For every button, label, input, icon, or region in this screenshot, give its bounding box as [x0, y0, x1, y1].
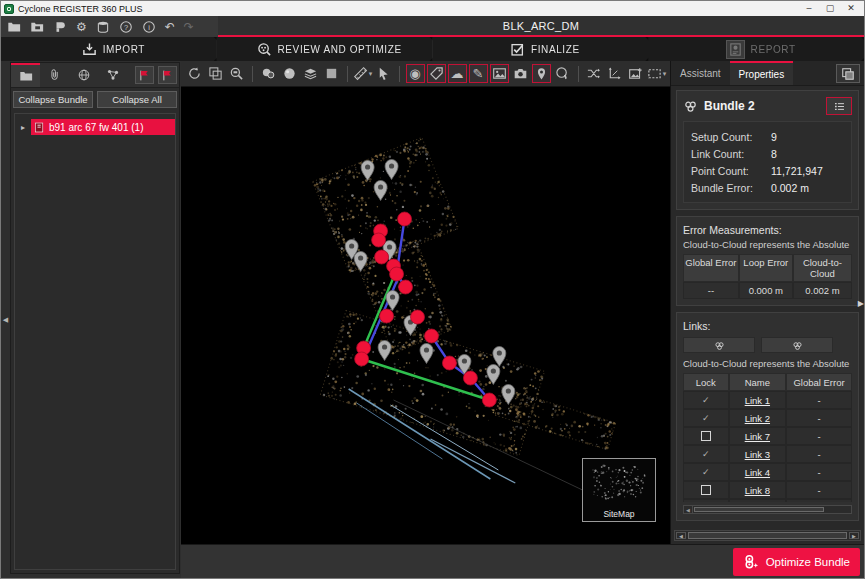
help-icon[interactable]: ? [119, 20, 133, 34]
tree-item[interactable]: ▸b91 arc 67 fw 401 (1) [15, 119, 175, 135]
scroll-right-icon[interactable]: ▶ [849, 532, 859, 539]
link-lock-cell[interactable]: ✓ [683, 499, 729, 502]
collapse-bundle-button[interactable]: Collapse Bundle [13, 91, 93, 108]
setup-pin[interactable] [374, 181, 387, 201]
list-view-button[interactable] [826, 97, 852, 115]
image-button[interactable] [490, 64, 509, 83]
explorer-tab-globe[interactable] [69, 63, 98, 87]
measure-button[interactable]: ▾ [353, 64, 372, 83]
caret-down-icon[interactable]: ▾ [663, 70, 667, 78]
project-tab[interactable]: BLK_ARC_DM [218, 16, 864, 37]
filter-group-button[interactable] [553, 64, 572, 83]
optimize-bundle-button[interactable]: Optimize Bundle [733, 548, 860, 576]
pen-button[interactable]: ✎ [469, 64, 488, 83]
links-table-scrollbar[interactable]: ◀ [683, 505, 852, 514]
fit-frames-button[interactable] [206, 64, 225, 83]
undo-icon[interactable]: ↶ [165, 21, 175, 33]
cross-links-button[interactable] [584, 64, 603, 83]
target-button[interactable]: ◉ [406, 64, 425, 83]
setup-pin[interactable] [487, 365, 500, 385]
explorer-tab-folder[interactable] [11, 63, 40, 87]
close-button[interactable]: ✕ [841, 2, 861, 15]
link-lock-cell[interactable]: ✓ [683, 463, 729, 481]
left-panel-collapse[interactable]: ◀ [1, 61, 10, 578]
layers-button[interactable] [301, 64, 320, 83]
about-info-icon[interactable]: i [142, 20, 156, 34]
setup-dot[interactable] [380, 309, 394, 323]
new-project-icon[interactable] [30, 20, 44, 34]
tag-button[interactable] [427, 64, 446, 83]
link-name[interactable]: Link 4 [745, 467, 770, 478]
setup-dot[interactable] [375, 250, 389, 264]
point-cloud-viewport[interactable]: SiteMap [181, 87, 670, 544]
setup-dot[interactable] [372, 233, 386, 247]
check-icon[interactable]: ✓ [702, 413, 710, 423]
setup-dot[interactable] [399, 280, 413, 294]
setup-pin[interactable] [420, 344, 433, 364]
tab-properties[interactable]: Properties [730, 61, 794, 85]
camera-button[interactable] [511, 64, 530, 83]
trajectory-axes-button[interactable] [605, 64, 624, 83]
check-icon[interactable]: ✓ [702, 467, 710, 477]
panel-layout-button[interactable] [836, 64, 860, 83]
setup-dot[interactable] [398, 212, 412, 226]
setup-dot[interactable] [463, 371, 477, 385]
pick-cursor-button[interactable] [374, 64, 393, 83]
setup-dot[interactable] [425, 329, 439, 343]
link-name[interactable]: Link 3 [745, 449, 770, 460]
scroll-left-icon[interactable]: ◀ [684, 506, 693, 513]
tab-assistant[interactable]: Assistant [671, 61, 730, 85]
snapshot-button[interactable] [626, 64, 645, 83]
flag-action-button-1[interactable] [135, 66, 154, 84]
selection-rect-button[interactable]: ▾ [647, 64, 666, 83]
setup-pin[interactable] [493, 347, 506, 367]
storage-icon[interactable] [96, 20, 110, 34]
archive-icon[interactable] [53, 20, 67, 34]
zoom-window-button[interactable] [227, 64, 246, 83]
redo-icon[interactable]: ↷ [184, 21, 194, 33]
setup-pin[interactable] [386, 291, 399, 311]
link-name[interactable]: Link 2 [745, 413, 770, 424]
collapse-all-button[interactable]: Collapse All [97, 91, 177, 108]
link-lock-cell[interactable]: ✓ [683, 409, 729, 427]
checkbox-unchecked[interactable] [701, 485, 711, 495]
link-lock-cell[interactable]: ✓ [683, 445, 729, 463]
workflow-step-report[interactable]: REPORT [648, 37, 864, 61]
scroll-left-icon[interactable]: ◀ [676, 532, 686, 539]
workflow-step-import[interactable]: IMPORT [1, 37, 226, 61]
setup-dot[interactable] [390, 267, 404, 281]
link-lock-cell[interactable] [683, 427, 729, 445]
settings-gear-icon[interactable]: ⚙ [76, 21, 87, 33]
link-lock-cell[interactable]: ✓ [683, 391, 729, 409]
maximize-button[interactable]: ▢ [820, 2, 840, 15]
bundle-links-alt-button[interactable] [761, 337, 833, 353]
orbit-button[interactable] [185, 64, 204, 83]
cloud-button[interactable]: ☁ [448, 64, 467, 83]
setup-pin[interactable] [378, 341, 391, 361]
setup-dot[interactable] [355, 352, 369, 366]
panel-scrollbar[interactable]: ◀ ▶ [674, 530, 861, 541]
checkbox-unchecked[interactable] [701, 431, 711, 441]
flag-action-button-2[interactable] [158, 66, 177, 84]
link-name[interactable]: Link 7 [745, 431, 770, 442]
open-project-icon[interactable] [7, 20, 21, 34]
explorer-tab-nodes[interactable] [98, 63, 127, 87]
setup-pin[interactable] [361, 161, 374, 181]
link-lock-cell[interactable] [683, 481, 729, 499]
caret-down-icon[interactable]: ▾ [369, 70, 373, 78]
sphere-view-button[interactable] [280, 64, 299, 83]
setup-dot[interactable] [411, 310, 425, 324]
scroll-thumb[interactable] [694, 507, 824, 512]
setup-pin[interactable] [385, 160, 398, 180]
right-panel-collapse[interactable]: ▶ [858, 299, 864, 308]
link-name[interactable]: Link 1 [745, 395, 770, 406]
plane-view-button[interactable] [322, 64, 341, 83]
workflow-step-review-and-optimize[interactable]: REVIEW AND OPTIMIZE [217, 37, 442, 61]
setup-dot[interactable] [442, 356, 456, 370]
check-icon[interactable]: ✓ [702, 449, 710, 459]
bundle-links-button[interactable] [683, 337, 755, 353]
expander-icon[interactable]: ▸ [15, 123, 31, 132]
check-icon[interactable]: ✓ [702, 395, 710, 405]
setup-dot[interactable] [482, 393, 496, 407]
location-pin-button[interactable] [532, 64, 551, 83]
